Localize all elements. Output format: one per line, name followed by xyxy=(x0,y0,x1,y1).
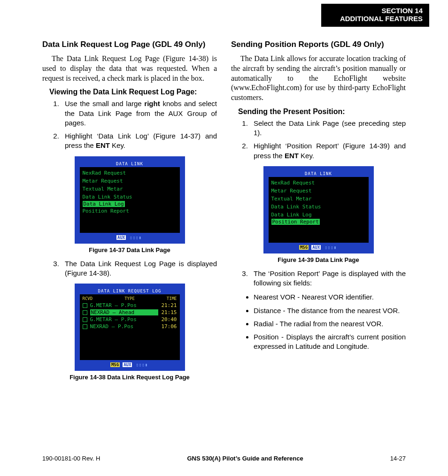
heading-datalink-log: Data Link Request Log Page (GDL 49 Only) xyxy=(42,40,217,49)
steps-list-right-cont: The ‘Position Report’ Page is displayed … xyxy=(231,269,406,288)
screen-title: DATA LINK REQUEST LOG xyxy=(79,288,180,294)
page-number: 14-27 xyxy=(390,455,406,462)
page-bars-icon: ▯▯▯▮ xyxy=(129,235,143,240)
section-header: SECTION 14 ADDITIONAL FEATURES xyxy=(321,4,429,27)
figure-caption: Figure 14-38 Data Link Request Log Page xyxy=(42,374,217,381)
table-row: NEXRAD – Ahead 21:15 xyxy=(83,309,177,316)
table-row: G.METAR – P.Pos 21:21 xyxy=(83,302,177,309)
steps-list-right: Select the Data Link Page (see preceding… xyxy=(231,119,406,161)
menu-item: Data Link Log xyxy=(271,211,366,219)
aux-tag: AUX xyxy=(311,245,321,250)
list-item: Position - Displays the aircraft’s curre… xyxy=(254,332,406,352)
msg-tag: MSG xyxy=(110,362,120,367)
right-column: Sending Position Reports (GDL 49 Only) T… xyxy=(231,40,406,386)
table-row: G.METAR – P.Pos 20:40 xyxy=(83,316,177,323)
page-footer: 190-00181-00 Rev. H GNS 530(A) Pilot’s G… xyxy=(42,455,406,462)
section-title: ADDITIONAL FEATURES xyxy=(340,15,423,23)
checkbox-icon xyxy=(83,317,87,322)
screen-title: DATA LINK xyxy=(268,171,369,177)
page-bars-icon: ▯▯▯▮ xyxy=(324,245,338,250)
subheading-viewing: Viewing the Data Link Request Log Page: xyxy=(49,88,217,96)
subheading-sending: Sending the Present Position: xyxy=(238,107,406,116)
menu-list: NexRad Request Metar Request Textual Met… xyxy=(80,167,180,233)
list-item: Use the small and large right knobs and … xyxy=(61,99,217,128)
left-column: Data Link Request Log Page (GDL 49 Only)… xyxy=(42,40,217,386)
log-table: RCVD TYPE TIME G.METAR – P.Pos 21:21 NEX… xyxy=(80,294,180,360)
checkbox-icon xyxy=(83,324,87,329)
list-item: The ‘Position Report’ Page is displayed … xyxy=(250,269,406,288)
figure-14-38-screen: DATA LINK REQUEST LOG RCVD TYPE TIME G.M… xyxy=(75,284,185,371)
intro-paragraph: The Data Link Request Log Page (Figure 1… xyxy=(42,54,217,83)
checkbox-icon xyxy=(83,310,87,315)
heading-position-reports: Sending Position Reports (GDL 49 Only) xyxy=(231,40,406,49)
list-item: Radial - The radial from the nearest VOR… xyxy=(254,319,406,329)
menu-item: Textual Metar xyxy=(83,185,177,193)
figure-caption: Figure 14-37 Data Link Page xyxy=(42,246,217,253)
manual-page: SECTION 14 ADDITIONAL FEATURES Data Link… xyxy=(0,0,448,476)
screen-footer: MSG AUX ▯▯▯▮ xyxy=(268,243,369,253)
figure-14-37-screen: DATA LINK NexRad Request Metar Request T… xyxy=(75,156,185,244)
doc-title: GNS 530(A) Pilot’s Guide and Reference xyxy=(187,455,303,462)
aux-tag: AUX xyxy=(116,235,126,240)
menu-item: Position Report xyxy=(83,207,177,215)
figure-caption: Figure 14-39 Data Link Page xyxy=(231,256,406,263)
fields-bullet-list: Nearest VOR - Nearest VOR identifier. Di… xyxy=(231,292,406,351)
aux-tag: AUX xyxy=(123,362,132,367)
menu-item-selected: Data Link Log xyxy=(83,201,125,207)
list-item: Select the Data Link Page (see preceding… xyxy=(250,119,406,138)
menu-item: NexRad Request xyxy=(83,169,177,177)
menu-item: Data Link Status xyxy=(271,203,366,211)
steps-list-left-cont: The Data Link Request Log Page is displa… xyxy=(42,259,217,278)
table-row: NEXRAD – P.Pos 17:06 xyxy=(83,323,177,330)
menu-item: Data Link Status xyxy=(83,193,177,201)
menu-list: NexRad Request Metar Request Textual Met… xyxy=(269,177,369,243)
menu-item: NexRad Request xyxy=(271,179,366,187)
list-item: Nearest VOR - Nearest VOR identifier. xyxy=(254,292,406,302)
screen-footer: MSG AUX ▯▯▯▮ xyxy=(79,361,180,370)
screen-title: DATA LINK xyxy=(79,161,180,167)
menu-item: Metar Request xyxy=(83,177,177,185)
intro-paragraph: The Data Link allows for accurate locati… xyxy=(231,54,406,103)
menu-item: Textual Metar xyxy=(271,195,366,203)
msg-tag: MSG xyxy=(299,245,309,250)
section-number: SECTION 14 xyxy=(340,7,423,15)
screen-footer: AUX ▯▯▯▮ xyxy=(79,233,180,243)
page-bars-icon: ▯▯▯▮ xyxy=(135,362,149,367)
list-item: The Data Link Request Log Page is displa… xyxy=(61,259,217,278)
menu-item-selected: Position Report xyxy=(271,219,320,225)
figure-14-39-screen: DATA LINK NexRad Request Metar Request T… xyxy=(263,166,374,253)
menu-item: Metar Request xyxy=(271,187,366,195)
checkbox-icon xyxy=(83,303,87,308)
list-item: Distance - The distance from the nearest… xyxy=(254,306,406,315)
two-column-layout: Data Link Request Log Page (GDL 49 Only)… xyxy=(42,40,406,386)
doc-revision: 190-00181-00 Rev. H xyxy=(42,455,100,462)
list-item: Highlight ‘Position Report’ (Figure 14-3… xyxy=(250,141,406,161)
log-header: RCVD TYPE TIME xyxy=(83,296,177,302)
list-item: Highlight ‘Data Link Log’ (Figure 14-37)… xyxy=(61,131,217,151)
steps-list-left: Use the small and large right knobs and … xyxy=(42,99,217,150)
